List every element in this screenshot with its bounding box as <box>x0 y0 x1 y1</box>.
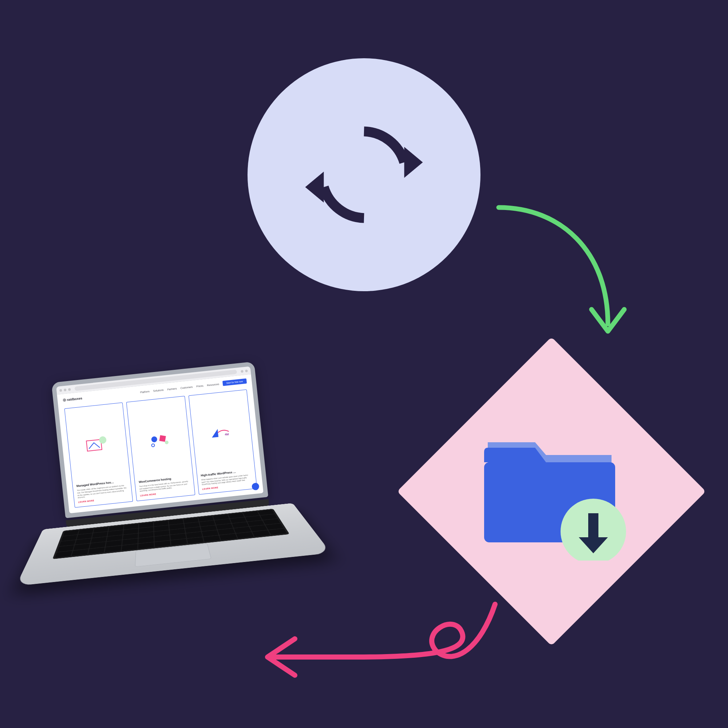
nav-item: Partners <box>167 387 177 391</box>
svg-point-8 <box>151 436 158 443</box>
cards-row: Managed WordPress hos… You create value,… <box>58 386 263 513</box>
nav-item: Solutions <box>153 388 164 392</box>
svg-marker-0 <box>404 147 423 178</box>
card: WooCommerce hosting Your shop is in the … <box>126 396 195 501</box>
svg-rect-9 <box>159 435 166 442</box>
svg-text:4M: 4M <box>225 433 229 436</box>
svg-marker-1 <box>305 172 324 203</box>
svg-rect-4 <box>588 513 598 539</box>
nav-item: Customers <box>180 385 193 389</box>
site-logo: ⦿ raidboxes <box>63 396 83 402</box>
arrow-refresh-to-folder <box>488 200 641 360</box>
card-illustration <box>131 401 188 477</box>
folder-download-node <box>459 402 644 581</box>
nav-item: Resources <box>207 382 219 386</box>
card-illustration: 4M <box>193 394 251 471</box>
folder-download-icon <box>473 422 630 561</box>
card: Managed WordPress hos… You create value,… <box>64 402 133 508</box>
cta-button: Start for free now <box>222 379 247 386</box>
svg-marker-12 <box>211 429 219 438</box>
refresh-cycle-icon <box>302 113 426 237</box>
nav-item: Prices <box>196 384 203 388</box>
card-illustration <box>69 407 127 482</box>
card: 4M High-traffic WordPress … What happens… <box>188 390 257 495</box>
laptop-node: ⦿ raidboxes Platform Solutions Partners … <box>28 359 307 631</box>
svg-point-7 <box>99 436 107 444</box>
refresh-node <box>248 58 480 291</box>
nav-item: Platform <box>140 390 150 393</box>
svg-point-11 <box>151 444 155 447</box>
webpage: ⦿ raidboxes Platform Solutions Partners … <box>57 374 263 513</box>
diagram-canvas: ⦿ raidboxes Platform Solutions Partners … <box>0 0 728 728</box>
laptop-screen: ⦿ raidboxes Platform Solutions Partners … <box>51 361 268 518</box>
svg-point-10 <box>165 440 168 444</box>
